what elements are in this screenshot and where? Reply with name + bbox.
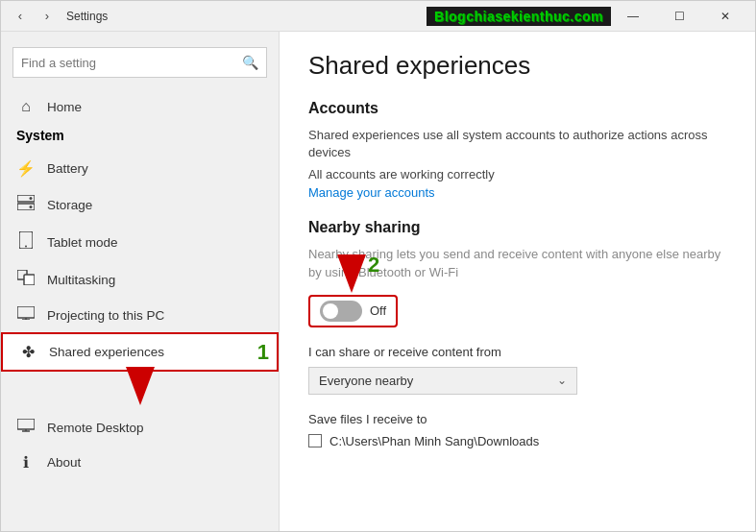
annotation-2: 2	[368, 253, 379, 278]
sidebar-item-tablet-label: Tablet mode	[47, 235, 263, 250]
page-title: Shared experiences	[308, 51, 726, 81]
sidebar-item-tablet[interactable]: Tablet mode	[1, 223, 279, 261]
maximize-button[interactable]: ☐	[657, 1, 701, 32]
titlebar: ‹ › Settings Blogchiasekienthuc.com — ☐ …	[1, 1, 755, 32]
chevron-down-icon: ⌄	[557, 374, 567, 387]
sidebar-item-shared-wrapper: ✤ Shared experiences 1	[1, 332, 279, 372]
sidebar-item-shared-label: Shared experiences	[49, 345, 261, 359]
svg-point-3	[30, 206, 33, 208]
sidebar-item-about[interactable]: ℹ About	[1, 445, 279, 480]
arrow-down-indicator	[337, 254, 366, 296]
sidebar-item-battery[interactable]: ⚡ Battery	[1, 151, 279, 186]
dropdown-value: Everyone nearby	[319, 374, 413, 388]
svg-rect-7	[24, 275, 35, 285]
info-icon: ℹ	[16, 453, 36, 472]
nearby-title: Nearby sharing	[308, 219, 726, 236]
sidebar-item-shared[interactable]: ✤ Shared experiences 1	[1, 332, 279, 372]
blog-logo: Blogchiasekienthuc.com	[427, 7, 611, 26]
sidebar-item-remote-label: Remote Desktop	[47, 421, 263, 435]
remote-icon	[16, 419, 36, 436]
multitask-icon	[16, 270, 36, 289]
search-icon: 🔍	[242, 55, 258, 70]
nav-buttons: ‹ ›	[9, 5, 59, 28]
save-to-label: Save files I receive to	[308, 412, 726, 426]
svg-point-5	[25, 246, 27, 248]
sidebar-item-storage-label: Storage	[47, 198, 263, 212]
home-icon: ⌂	[16, 98, 36, 115]
back-button[interactable]: ‹	[9, 5, 32, 28]
search-box[interactable]: 🔍	[12, 47, 267, 78]
main-content: 🔍 ⌂ Home System ⚡ Battery	[1, 32, 755, 531]
sidebar-item-projecting[interactable]: Projecting to this PC	[1, 298, 279, 332]
toggle-label: Off	[370, 303, 386, 318]
storage-icon	[16, 195, 36, 214]
share-from-dropdown[interactable]: Everyone nearby ⌄	[308, 367, 577, 395]
sidebar-item-multitasking[interactable]: Multitasking	[1, 261, 279, 298]
window-title: Settings	[66, 10, 427, 23]
window-controls: — ☐ ✕	[611, 1, 747, 32]
arrow-up-indicator	[126, 367, 155, 408]
search-input[interactable]	[21, 56, 242, 70]
svg-marker-15	[337, 254, 366, 293]
close-button[interactable]: ✕	[703, 1, 747, 32]
right-panel: Shared experiences Accounts Shared exper…	[280, 32, 755, 531]
sidebar-item-battery-label: Battery	[47, 161, 263, 176]
accounts-title: Accounts	[308, 100, 726, 117]
annotation-1: 1	[257, 340, 269, 365]
shared-icon: ✤	[18, 343, 37, 361]
battery-icon: ⚡	[16, 159, 36, 178]
toggle-knob	[323, 303, 338, 319]
sidebar: 🔍 ⌂ Home System ⚡ Battery	[1, 32, 280, 531]
sidebar-item-home[interactable]: ⌂ Home	[1, 89, 279, 124]
toggle-switch[interactable]	[320, 301, 362, 322]
tablet-icon	[16, 231, 36, 253]
sidebar-item-remote[interactable]: Remote Desktop	[1, 410, 279, 445]
save-path-row: C:\Users\Phan Minh Sang\Downloads	[308, 434, 726, 448]
nearby-section: Nearby sharing Nearby sharing lets you s…	[308, 219, 726, 447]
svg-rect-12	[17, 419, 35, 429]
system-section-header: System	[1, 124, 279, 151]
sidebar-item-storage[interactable]: Storage	[1, 186, 279, 223]
sidebar-item-home-label: Home	[47, 100, 263, 114]
project-icon	[16, 306, 36, 324]
sidebar-item-about-label: About	[47, 455, 263, 470]
toggle-row: 2 Off	[308, 295, 726, 327]
settings-window: ‹ › Settings Blogchiasekienthuc.com — ☐ …	[0, 0, 756, 532]
accounts-section: Accounts Shared experiences use all syst…	[308, 100, 726, 200]
share-from-label: I can share or receive content from	[308, 345, 726, 359]
sidebar-item-multitasking-label: Multitasking	[47, 273, 263, 287]
save-path-value: C:\Users\Phan Minh Sang\Downloads	[329, 434, 539, 448]
accounts-status: All accounts are working correctly	[308, 167, 726, 181]
minimize-button[interactable]: —	[611, 1, 655, 32]
forward-button[interactable]: ›	[36, 5, 59, 28]
accounts-description: Shared experiences use all system accoun…	[308, 127, 726, 161]
save-path-checkbox[interactable]	[308, 434, 322, 447]
sidebar-item-projecting-label: Projecting to this PC	[47, 308, 263, 323]
toggle-container: Off	[308, 295, 398, 327]
svg-point-2	[30, 197, 33, 200]
svg-rect-8	[17, 306, 35, 318]
manage-accounts-link[interactable]: Manage your accounts	[308, 185, 726, 200]
svg-marker-11	[126, 367, 155, 405]
